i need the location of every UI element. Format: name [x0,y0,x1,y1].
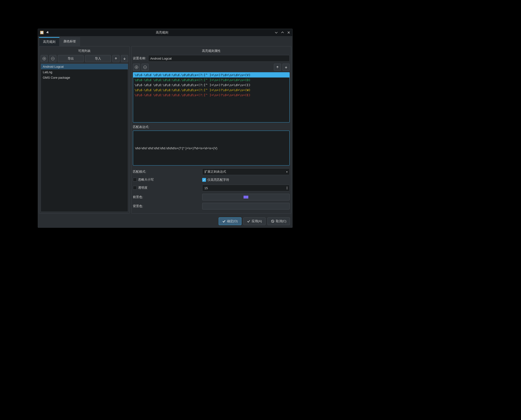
fg-color-label: 前景色: [133,195,200,199]
fg-color-swatch [243,196,248,199]
remove-rule-button[interactable] [49,55,56,62]
ignore-case-label: 忽略大小写 [138,178,154,182]
tab-highlight-rules[interactable]: 高亮规则 [39,37,59,46]
pattern-row[interactable]: \d\d-\d\d \d\d:\d\d:\d\d.\d\d\d\s+(?:[^ … [133,93,289,98]
maximize-button[interactable] [281,31,284,34]
match-mode-label: 匹配模式: [133,170,200,174]
close-button[interactable] [287,31,290,34]
highlight-only-checkbox[interactable]: ✓ 仅高亮匹配字符 [202,178,229,182]
match-mode-value: 扩展正则表达式 [204,170,226,174]
apply-button[interactable]: 应用(A) [243,218,265,225]
pin-icon[interactable] [46,31,50,34]
match-expr-label: 匹配表达式: [133,125,290,129]
opacity-spinbox[interactable]: 15 ▴▾ [202,185,290,191]
pattern-move-up-button[interactable] [274,64,281,71]
name-input[interactable] [148,55,290,62]
rule-properties-title: 高亮规则属性 [133,48,290,55]
list-item[interactable]: GMS Core package [41,75,128,80]
remove-pattern-button[interactable] [141,64,149,71]
add-pattern-button[interactable] [133,64,140,71]
rules-listbox[interactable]: Android Logcat LatLng GMS Core package [41,64,128,212]
window-title: 高亮规则 [50,30,275,35]
pattern-row[interactable]: \d\d-\d\d \d\d:\d\d:\d\d.\d\d\d\s+(?:[^ … [133,73,289,77]
add-rule-button[interactable] [41,55,48,62]
tab-bar: 高亮规则 颜色标签 [38,37,292,46]
export-button[interactable]: 导出 [58,55,84,62]
pattern-move-down-button[interactable] [282,64,290,71]
dialog-content: 可用列表 导出 导入 Android Logcat LatLn [38,46,292,215]
opacity-label: 透明度 [138,186,147,190]
available-list-title: 可用列表 [41,48,128,55]
app-icon [40,31,44,34]
ok-button[interactable]: 确定(O) [219,218,241,225]
spin-down-icon[interactable]: ▾ [286,188,287,190]
dialog-button-bar: 确定(O) 应用(A) 取消(C) [38,215,292,227]
import-button[interactable]: 导入 [85,55,111,62]
opacity-checkbox[interactable]: 透明度 [133,186,147,190]
pattern-row[interactable]: \d\d-\d\d \d\d:\d\d:\d\d.\d\d\d\s+(?:[^ … [133,88,289,93]
available-list-panel: 可用列表 导出 导入 Android Logcat LatLn [39,46,130,214]
pattern-row[interactable]: \d\d-\d\d \d\d:\d\d:\d\d.\d\d\d\s+(?:[^ … [133,82,289,88]
bg-color-label: 背景色: [133,204,200,208]
opacity-value: 15 [204,186,208,190]
chevron-down-icon: ▾ [286,171,287,173]
match-expr-input[interactable] [133,131,290,165]
highlight-rules-dialog: 高亮规则 高亮规则 颜色标签 可用列表 导出 导入 [38,29,293,228]
cancel-button[interactable]: 取消(C) [267,218,290,225]
list-item[interactable]: Android Logcat [41,64,128,69]
highlight-only-label: 仅高亮匹配字符 [207,178,229,182]
match-mode-select[interactable]: 扩展正则表达式 ▾ [202,168,290,175]
pattern-listbox[interactable]: \d\d-\d\d \d\d:\d\d:\d\d.\d\d\d\s+(?:[^ … [133,72,290,122]
move-up-button[interactable] [112,55,119,62]
name-label: 设置名称: [133,56,146,60]
titlebar: 高亮规则 [38,29,292,36]
list-item[interactable]: LatLng [41,69,128,75]
ignore-case-checkbox[interactable]: 忽略大小写 [133,178,154,182]
pattern-row[interactable]: \d\d-\d\d \d\d:\d\d:\d\d.\d\d\d\s+(?:[^ … [133,77,289,82]
fg-color-button[interactable] [202,194,290,200]
minimize-button[interactable] [275,31,278,34]
bg-color-button[interactable] [202,203,290,210]
rule-properties-panel: 高亮规则属性 设置名称: \d\d-\d\ [131,46,291,214]
tab-color-tags[interactable]: 颜色标签 [59,37,80,46]
move-down-button[interactable] [121,55,128,62]
